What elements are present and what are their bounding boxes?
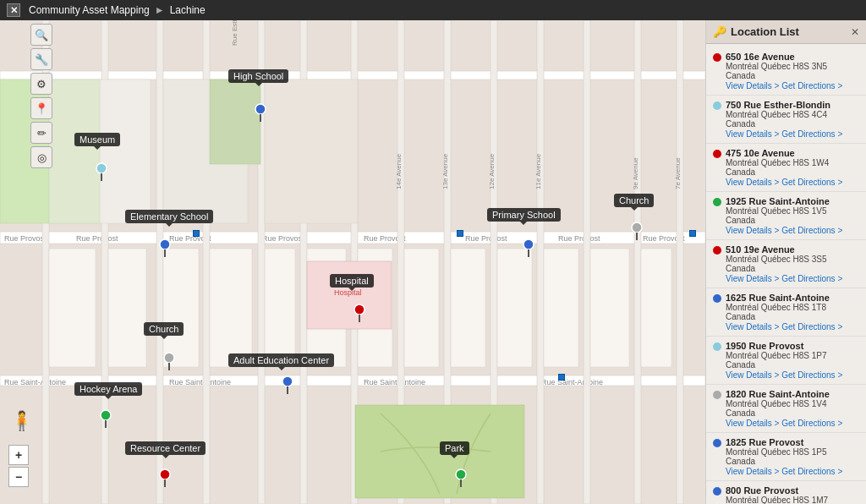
location-city: Montréal Québec H8S 4C4: [726, 110, 859, 119]
view-details-link[interactable]: View Details >: [726, 274, 779, 283]
app-title: Community Asset Mapping: [29, 4, 150, 16]
svg-rect-46: [265, 249, 295, 367]
panel-close-button[interactable]: ✕: [851, 26, 859, 38]
location-item-header: 800 Rue Provost Montréal Québec H8S 1M7 …: [713, 485, 859, 504]
location-city: Montréal Québec H8S 3N5: [726, 62, 859, 71]
settings-tool-button[interactable]: ⚙: [30, 73, 52, 95]
svg-text:Rue Saint-Antoine: Rue Saint-Antoine: [541, 378, 603, 386]
edit-tool-button[interactable]: ✏: [30, 122, 52, 144]
view-details-link[interactable]: View Details >: [726, 322, 779, 331]
get-directions-link[interactable]: Get Directions >: [781, 370, 842, 380]
location-item[interactable]: 750 Rue Esther-Blondin Montréal Québec H…: [706, 96, 866, 144]
svg-point-76: [164, 353, 174, 363]
location-dot: [713, 150, 721, 158]
svg-rect-49: [404, 249, 439, 367]
location-item[interactable]: 1950 Rue Provost Montréal Québec H8S 1P7…: [706, 337, 866, 385]
location-list[interactable]: 650 16e Avenue Montréal Québec H8S 3N5 C…: [706, 44, 866, 504]
get-directions-link[interactable]: Get Directions >: [781, 129, 842, 139]
get-directions-link[interactable]: Get Directions >: [781, 274, 842, 283]
pin-elementary-school[interactable]: [159, 238, 171, 260]
svg-rect-54: [641, 249, 671, 367]
location-dot: [713, 439, 721, 447]
location-links[interactable]: View Details > Get Directions >: [726, 81, 859, 90]
location-item[interactable]: 510 19e Avenue Montréal Québec H8S 3S5 C…: [706, 240, 866, 288]
get-directions-link[interactable]: Get Directions >: [781, 419, 842, 428]
key-icon: 🔑: [713, 25, 726, 38]
locate-tool-button[interactable]: ◎: [30, 146, 52, 168]
location-item[interactable]: 475 10e Avenue Montréal Québec H8S 1W4 C…: [706, 144, 866, 192]
location-street: 1950 Rue Provost: [726, 341, 859, 351]
get-directions-link[interactable]: Get Directions >: [781, 226, 842, 235]
zoom-in-button[interactable]: +: [8, 445, 29, 465]
svg-rect-45: [210, 249, 252, 367]
view-details-link[interactable]: View Details >: [726, 129, 779, 139]
location-street: 1625 Rue Saint-Antoine: [726, 293, 859, 303]
location-links[interactable]: View Details > Get Directions >: [726, 129, 859, 139]
breadcrumb-location: Lachine: [170, 4, 206, 16]
location-links[interactable]: View Details > Get Directions >: [726, 419, 859, 428]
svg-text:Rue Saint-Antoine: Rue Saint-Antoine: [4, 378, 66, 386]
svg-text:14e Avenue: 14e Avenue: [395, 153, 403, 189]
view-details-link[interactable]: View Details >: [726, 226, 779, 235]
content-area: Rue Provost Rue Provost Rue Provost Rue …: [0, 20, 866, 504]
location-dot: [713, 198, 721, 206]
svg-rect-42: [49, 249, 96, 367]
svg-point-84: [456, 469, 466, 479]
location-info: 475 10e Avenue Montréal Québec H8S 1W4 C…: [726, 148, 859, 187]
svg-point-74: [354, 304, 364, 315]
view-details-link[interactable]: View Details >: [726, 81, 779, 90]
svg-rect-29: [677, 20, 683, 504]
location-links[interactable]: View Details > Get Directions >: [726, 274, 859, 283]
close-button[interactable]: ✕: [7, 3, 20, 17]
svg-rect-53: [590, 249, 629, 367]
svg-text:13e Avenue: 13e Avenue: [441, 153, 449, 189]
search-tool-button[interactable]: 🔍: [30, 24, 52, 46]
view-details-link[interactable]: View Details >: [726, 467, 779, 476]
pin-tool-button[interactable]: 📍: [30, 97, 52, 119]
get-directions-link[interactable]: Get Directions >: [781, 322, 842, 331]
location-item[interactable]: 650 16e Avenue Montréal Québec H8S 3N5 C…: [706, 47, 866, 96]
map-tools-panel: 🔍 🔧 ⚙ 📍 ✏ ◎: [30, 24, 52, 168]
location-item[interactable]: 1825 Rue Provost Montréal Québec H8S 1P5…: [706, 433, 866, 481]
location-item[interactable]: 1925 Rue Saint-Antoine Montréal Québec H…: [706, 192, 866, 240]
pin-resource-center[interactable]: [159, 468, 171, 490]
location-links[interactable]: View Details > Get Directions >: [726, 178, 859, 187]
pin-adult-ed[interactable]: [282, 375, 293, 397]
svg-rect-50: [451, 249, 485, 367]
location-street: 475 10e Avenue: [726, 148, 859, 158]
get-directions-link[interactable]: Get Directions >: [781, 467, 842, 476]
location-item[interactable]: 1820 Rue Saint-Antoine Montréal Québec H…: [706, 385, 866, 433]
pin-high-school[interactable]: [255, 103, 266, 124]
svg-text:Rue Saint-Antoine: Rue Saint-Antoine: [169, 378, 231, 386]
location-links[interactable]: View Details > Get Directions >: [726, 226, 859, 235]
pin-museum[interactable]: [96, 162, 107, 184]
pin-church-left[interactable]: [163, 352, 175, 373]
location-item-header: 750 Rue Esther-Blondin Montréal Québec H…: [713, 100, 859, 139]
pin-hockey-arena[interactable]: [100, 409, 112, 430]
view-details-link[interactable]: View Details >: [726, 178, 779, 187]
location-item-header: 650 16e Avenue Montréal Québec H8S 3N5 C…: [713, 52, 859, 90]
location-item[interactable]: 800 Rue Provost Montréal Québec H8S 1M7 …: [706, 481, 866, 504]
get-directions-link[interactable]: Get Directions >: [781, 178, 842, 187]
view-details-link[interactable]: View Details >: [726, 370, 779, 380]
location-country: Canada: [726, 119, 859, 129]
pin-hospital[interactable]: [354, 304, 365, 325]
location-links[interactable]: View Details > Get Directions >: [726, 370, 859, 380]
view-details-link[interactable]: View Details >: [726, 419, 779, 428]
location-links[interactable]: View Details > Get Directions >: [726, 322, 859, 331]
location-dot: [713, 53, 721, 62]
wrench-tool-button[interactable]: 🔧: [30, 48, 52, 70]
location-links[interactable]: View Details > Get Directions >: [726, 467, 859, 476]
get-directions-link[interactable]: Get Directions >: [781, 81, 842, 90]
pin-church-right[interactable]: [631, 222, 643, 243]
pin-primary-school[interactable]: [523, 238, 534, 260]
svg-rect-63: [49, 79, 100, 223]
svg-point-78: [282, 376, 293, 386]
pin-park[interactable]: [455, 468, 467, 490]
breadcrumb-arrow: ►: [155, 4, 165, 16]
map-area[interactable]: Rue Provost Rue Provost Rue Provost Rue …: [0, 20, 705, 504]
location-info: 1825 Rue Provost Montréal Québec H8S 1P5…: [726, 437, 859, 476]
zoom-out-button[interactable]: −: [8, 467, 29, 487]
location-item[interactable]: 1625 Rue Saint-Antoine Montréal Québec H…: [706, 288, 866, 337]
location-city: Montréal Québec H8S 1V4: [726, 399, 859, 408]
